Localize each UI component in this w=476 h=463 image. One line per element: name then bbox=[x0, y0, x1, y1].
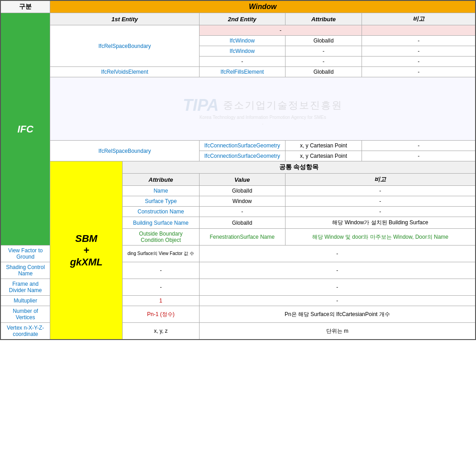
header-row: 구분 Window bbox=[0, 0, 476, 13]
ifc-attr-cartesian2: x, y Cartesian Point bbox=[285, 151, 362, 161]
ifc-attr-3: - bbox=[285, 57, 362, 67]
sbm-col-value: Value bbox=[199, 174, 285, 186]
ifc-attr-globalid1: GlobalId bbox=[285, 36, 362, 46]
sbm-val-shadingcontrol: - bbox=[123, 262, 200, 279]
ifc-bigo-4: - bbox=[362, 67, 476, 77]
sbm-col-attribute: Attribute bbox=[123, 174, 200, 186]
col-1st-entity: 1st Entity bbox=[50, 13, 199, 25]
ifc-pink-bigo bbox=[362, 25, 476, 36]
ifc-attr-cartesian1: x, y Cartesian Point bbox=[285, 141, 362, 151]
sbm-header-row: SBM + gkXML 공통 속성항목 bbox=[0, 161, 476, 174]
sbm-attr-buildingsurface: Building Surface Name bbox=[123, 217, 200, 229]
sbm-bigo-buildingsurface: 해당 Window가 설치된 Building Surface bbox=[285, 217, 476, 229]
sbm-section-title: 공통 속성항목 bbox=[123, 161, 476, 174]
ifc-label: IFC bbox=[0, 13, 50, 246]
ifc-entity2-window2: IfcWindow bbox=[199, 46, 285, 57]
sbm-bigo-viewfactor: - bbox=[199, 246, 476, 262]
sbm-val-numvertices: Pn-1 (정수) bbox=[123, 306, 200, 323]
sbm-attr-outsideboundary: Outside Boundary Condition Object bbox=[123, 229, 200, 246]
ifc-pink-dash: - bbox=[199, 25, 362, 36]
sbm-attr-numvertices: Number of Vertices bbox=[0, 306, 50, 323]
sbm-attr-viewfactor: View Factor to Ground bbox=[0, 246, 50, 262]
sbm-val-buildingsurface: GlobalId bbox=[199, 217, 285, 229]
ifc-bigo-1: - bbox=[362, 36, 476, 46]
sbm-val-framedivider: - bbox=[123, 279, 200, 296]
ifc-tipa-row: TIPA 중소기업기술정보진흥원 Korea Technology and In… bbox=[0, 77, 476, 141]
ifc-row-5: IfcRelVoidsElement IfcRelFillsElement Gl… bbox=[0, 67, 476, 77]
ifc-entity2-window1: IfcWindow bbox=[199, 36, 285, 46]
gubun-cell: 구분 bbox=[0, 0, 50, 13]
ifc-row-7: IfcRelSpaceBoundary IfcConnectionSurface… bbox=[0, 141, 476, 151]
sbm-attr-vertex: Vertex n-X-Y-Z-coordinate bbox=[0, 323, 50, 340]
ifc-entity2-dash: - bbox=[199, 57, 285, 67]
sbm-val-outsideboundary: FenestrationSurface Name bbox=[199, 229, 285, 246]
col-2nd-entity: 2nd Entity bbox=[199, 13, 285, 25]
tipa-logo: TIPA bbox=[183, 96, 219, 115]
ifc-entity2-connsurface2: IfcConnectionSurfaceGeometry bbox=[199, 151, 285, 161]
sbm-attr-name: Name bbox=[123, 186, 200, 196]
ifc-entity2-connsurface1: IfcConnectionSurfaceGeometry bbox=[199, 141, 285, 151]
sbm-bigo-multuplier: - bbox=[199, 296, 476, 306]
ifc-row-1: IfcRelSpaceBoundary - bbox=[0, 25, 476, 36]
ifc-bigo-2: - bbox=[362, 46, 476, 57]
sbm-bigo-outsideboundary: 해당 Window 및 door와 마주보는 Window, Door의 Nam… bbox=[285, 229, 476, 246]
ifc-attr-globalid2: GlobalId bbox=[285, 67, 362, 77]
ifc-subheader-row: IFC 1st Entity 2nd Entity Attribute 비고 bbox=[0, 13, 476, 25]
sbm-val-constructionname: - bbox=[199, 207, 285, 217]
sbm-bigo-surfacetype: - bbox=[285, 196, 476, 207]
sbm-attr-shadingcontrol: Shading Control Name bbox=[0, 262, 50, 279]
sbm-bigo-framedivider: - bbox=[199, 279, 476, 296]
tipa-korean-text: 중소기업기술정보진흥원 bbox=[223, 99, 343, 112]
main-table: 구분 Window IFC 1st Entity 2nd Entity Attr… bbox=[0, 0, 476, 340]
sbm-val-name: GlobalId bbox=[199, 186, 285, 196]
sbm-bigo-numvertices: Pn은 해당 Surface의 IfcCartesianPoint 개수 bbox=[199, 306, 476, 323]
tipa-dash: - bbox=[53, 121, 472, 126]
sbm-bigo-name: - bbox=[285, 186, 476, 196]
sbm-col-bigo: 비고 bbox=[285, 174, 476, 186]
ifc-entity1-relboundary2: IfcRelSpaceBoundary bbox=[50, 141, 199, 161]
sbm-val-vertex: x, y, z bbox=[123, 323, 200, 340]
sbm-val-viewfactor: ding Surface의 View Factor 값 수 bbox=[123, 246, 200, 262]
window-title: Window bbox=[50, 0, 476, 13]
ifc-bigo-6: - bbox=[362, 151, 476, 161]
sbm-bigo-shadingcontrol: - bbox=[199, 262, 476, 279]
tipa-watermark-cell: TIPA 중소기업기술정보진흥원 Korea Technology and In… bbox=[50, 77, 476, 141]
sbm-bigo-vertex: 단위는 m bbox=[199, 323, 476, 340]
sbm-val-surfacetype: Window bbox=[199, 196, 285, 207]
sbm-attr-constructionname: Construction Name bbox=[123, 207, 200, 217]
ifc-bigo-3: - bbox=[362, 57, 476, 67]
ifc-bigo-5: - bbox=[362, 141, 476, 151]
sbm-attr-multuplier: Multuplier bbox=[0, 296, 50, 306]
sbm-attr-surfacetype: Surface Type bbox=[123, 196, 200, 207]
col-attribute: Attribute bbox=[285, 13, 362, 25]
tipa-sub: Korea Technology and Information Promoti… bbox=[53, 115, 472, 120]
sbm-label: SBM + gkXML bbox=[50, 161, 123, 340]
ifc-entity1-relvoidelement: IfcRelVoidsElement bbox=[50, 67, 199, 77]
sbm-bigo-constructionname: - bbox=[285, 207, 476, 217]
sbm-val-multuplier: 1 bbox=[123, 296, 200, 306]
ifc-attr-2: - bbox=[285, 46, 362, 57]
sbm-attr-framedivider: Frame and Divider Name bbox=[0, 279, 50, 296]
ifc-entity2-relfills: IfcRelFillsElement bbox=[199, 67, 285, 77]
ifc-entity1-relboundary1: IfcRelSpaceBoundary bbox=[50, 25, 199, 67]
col-bigo: 비고 bbox=[362, 13, 476, 25]
